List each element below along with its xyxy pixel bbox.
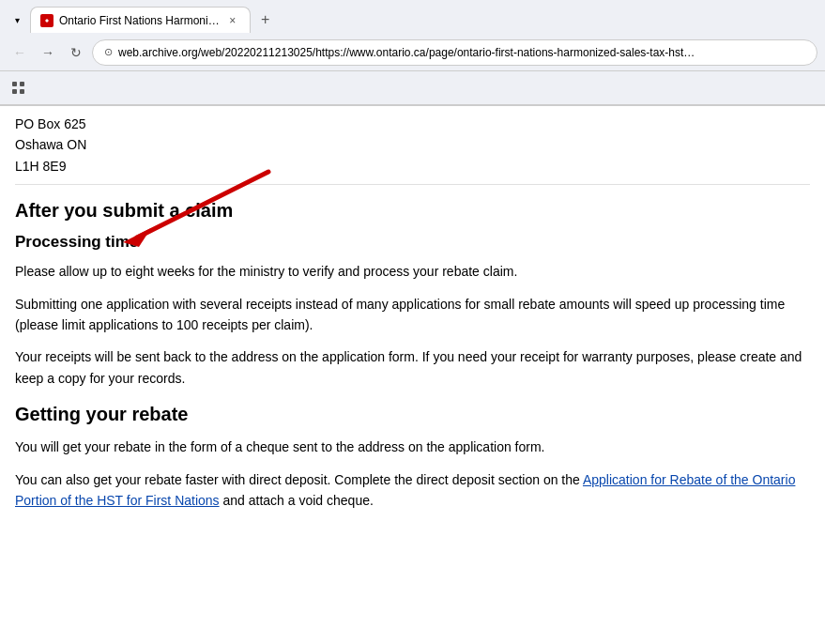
address-bar-url: web.archive.org/web/20220211213025/https… [118, 46, 805, 59]
getting-rebate-para1: You will get your rebate in the form of … [15, 437, 810, 457]
back-button[interactable]: ← [8, 40, 32, 65]
address-bar[interactable]: ⊙ web.archive.org/web/20220211213025/htt… [92, 39, 817, 66]
address-line2: Oshawa ON [15, 134, 810, 155]
page-content: PO Box 625 Oshawa ON L1H 8E9 After you s… [0, 106, 825, 644]
active-tab[interactable]: Ontario First Nations Harmoni… × [30, 7, 251, 33]
forward-button[interactable]: → [36, 40, 60, 65]
getting-rebate-para2-text-after: and attach a void cheque. [220, 493, 374, 508]
new-tab-button[interactable]: + [254, 8, 277, 31]
tab-favicon [40, 14, 53, 27]
getting-rebate-section: Getting your rebate You will get your re… [15, 404, 810, 511]
apps-button[interactable] [8, 78, 28, 99]
processing-time-para3: Your receipts will be sent back to the a… [15, 346, 810, 389]
tab-close-button[interactable]: × [225, 13, 240, 28]
reload-button[interactable]: ↻ [64, 40, 88, 65]
getting-rebate-heading: Getting your rebate [15, 404, 810, 425]
getting-rebate-para2: You can also get your rebate faster with… [15, 469, 810, 512]
nav-bar: ← → ↻ ⊙ web.archive.org/web/202202112130… [0, 34, 825, 71]
processing-time-para2: Submitting one application with several … [15, 294, 810, 336]
address-line3: L1H 8E9 [15, 156, 810, 176]
address-bar-lock-icon: ⊙ [104, 46, 113, 58]
getting-rebate-para2-text-before: You can also get your rebate faster with… [15, 472, 583, 487]
address-line1: PO Box 625 [15, 114, 810, 134]
tab-title: Ontario First Nations Harmoni… [59, 14, 220, 27]
section-heading: After you submit a claim [15, 200, 810, 222]
processing-time-heading: Processing time [15, 233, 810, 252]
processing-time-section: Processing time [15, 233, 810, 252]
extensions-bar [0, 71, 825, 105]
processing-time-para1: Please allow up to eight weeks for the m… [15, 261, 810, 282]
address-block: PO Box 625 Oshawa ON L1H 8E9 [15, 106, 810, 185]
tab-dropdown-button[interactable]: ▾ [8, 10, 26, 29]
browser-chrome: ▾ Ontario First Nations Harmoni… × + ← →… [0, 0, 825, 106]
tab-bar: ▾ Ontario First Nations Harmoni… × + [0, 0, 825, 34]
